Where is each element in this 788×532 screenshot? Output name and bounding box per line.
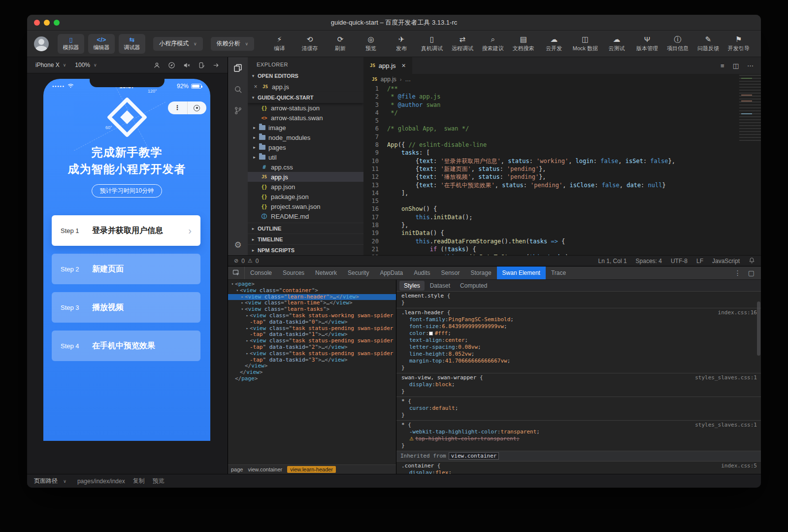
mode-button-debugger[interactable]: ⇆调试器 xyxy=(119,34,145,54)
inspect-element-icon[interactable] xyxy=(228,266,245,279)
file-item-project.swan.json[interactable]: {}project.swan.json xyxy=(248,201,363,211)
chevron-down-icon[interactable]: ▾ xyxy=(230,281,235,288)
chevron-down-icon[interactable]: ▾ xyxy=(235,288,240,294)
style-rule-source-link[interactable]: index.css:16 xyxy=(718,309,757,316)
toolbar-action-cloud-test[interactable]: ☁云测试 xyxy=(603,35,630,52)
editor-tab-appjs[interactable]: JS app.js × xyxy=(363,57,412,74)
elements-tree-row[interactable]: ▸<view class="task status-pending swan-s… xyxy=(228,351,396,364)
toolbar-action-doc-search[interactable]: ▤文档搜索 xyxy=(510,35,537,52)
chevron-right-icon[interactable]: ▸ xyxy=(245,326,250,338)
color-swatch[interactable] xyxy=(429,332,433,335)
elements-breadcrumb-item[interactable]: view.learn-header xyxy=(287,466,336,473)
settings-gear-icon[interactable]: ⚙ xyxy=(234,240,241,250)
css-declaration[interactable]: line-height:8.052vw; xyxy=(401,351,757,358)
page-path-dropdown[interactable]: 页面路径 ∨ xyxy=(34,477,66,485)
mode-button-editor[interactable]: </>编辑器 xyxy=(88,34,115,54)
toolbar-action-feedback[interactable]: ✎问题反馈 xyxy=(695,35,722,52)
split-editor-icon[interactable]: ◫ xyxy=(733,62,739,69)
styles-tab-computed[interactable]: Computed xyxy=(456,281,492,291)
breadcrumb-more[interactable]: … xyxy=(405,76,411,83)
file-item-image[interactable]: ▸image xyxy=(248,123,363,133)
devtools-tab-security[interactable]: Security xyxy=(342,266,374,279)
styles-tab-dataset[interactable]: Dataset xyxy=(426,281,455,291)
minimize-window-button[interactable] xyxy=(44,20,50,26)
chevron-right-icon[interactable]: ▸ xyxy=(245,338,250,351)
errors-count[interactable]: 0 xyxy=(241,258,245,265)
devtools-tab-storage[interactable]: Storage xyxy=(465,266,497,279)
chevron-right-icon[interactable]: ▸ xyxy=(245,313,250,326)
devtools-tab-trace[interactable]: Trace xyxy=(546,266,571,279)
minimap[interactable] xyxy=(739,75,761,143)
styles-tab-styles[interactable]: Styles xyxy=(399,281,425,291)
explorer-section-npm-scripts[interactable]: ▸NPM SCRIPTS xyxy=(248,244,363,255)
detach-arrow-icon[interactable] xyxy=(212,62,220,69)
outline-menu-icon[interactable]: ≡ xyxy=(721,62,724,69)
toolbar-action-publish[interactable]: ✈发布 xyxy=(388,35,415,52)
explorer-section-outline[interactable]: ▸OUTLINE xyxy=(248,223,363,233)
elements-breadcrumb-item[interactable]: view.container xyxy=(248,466,282,472)
avatar[interactable] xyxy=(34,36,49,51)
chevron-right-icon[interactable]: ▸ xyxy=(245,351,250,364)
toolbar-action-remote-debug[interactable]: ⇄远程调试 xyxy=(449,35,476,52)
css-declaration[interactable]: display:block; xyxy=(401,381,757,388)
devtools-tab-swan-element[interactable]: Swan Element xyxy=(497,266,546,279)
inherited-target[interactable]: view.container xyxy=(449,452,499,460)
chevron-right-icon[interactable]: ▸ xyxy=(240,294,245,300)
toolbar-action-compile[interactable]: ⚡编译 xyxy=(266,35,293,52)
file-item-app.js[interactable]: JSapp.js xyxy=(248,172,363,182)
explorer-section-timeline[interactable]: ▸TIMELINE xyxy=(248,233,363,244)
step-card[interactable]: Step 4在手机中预览效果 xyxy=(52,331,200,361)
css-declaration[interactable]: font-family:PingFangSC-Semibold; xyxy=(401,316,757,323)
file-item-README.md[interactable]: ⓘREADME.md xyxy=(248,211,363,221)
devtools-tab-sources[interactable]: Sources xyxy=(277,266,310,279)
preview-link-button[interactable]: 预览 xyxy=(153,477,164,485)
style-rule-source-link[interactable]: index.css:5 xyxy=(721,463,757,469)
file-item-arrow-status.json[interactable]: {}arrow-status.json xyxy=(248,103,363,113)
breadcrumb-file[interactable]: app.js xyxy=(381,76,396,83)
scrollbar[interactable] xyxy=(757,301,760,356)
open-editor-item[interactable]: ×JSapp.js xyxy=(248,81,363,92)
file-item-app.css[interactable]: #app.css xyxy=(248,162,363,172)
zoom-selector[interactable]: 100% ∨ xyxy=(70,62,101,68)
mode-button-simulator[interactable]: ▯模拟器 xyxy=(58,34,84,54)
file-item-util[interactable]: ▸util xyxy=(248,152,363,162)
elements-breadcrumb-item[interactable]: page xyxy=(231,466,243,472)
file-item-arrow-status.swan[interactable]: <>arrow-status.swan xyxy=(248,113,363,123)
devtools-tab-audits[interactable]: Audits xyxy=(408,266,435,279)
project-section[interactable]: ▾ GUIDE-QUICK-START xyxy=(248,92,363,103)
warnings-icon[interactable]: ⚠ xyxy=(248,258,253,264)
compass-icon[interactable] xyxy=(168,62,175,69)
analysis-dropdown[interactable]: 依赖分析 ∨ xyxy=(211,37,255,51)
toolbar-action-search-suggest[interactable]: ⌕搜索建议 xyxy=(480,35,506,52)
css-declaration[interactable]: display:flex; xyxy=(401,469,757,474)
toolbar-action-project-info[interactable]: ⓘ项目信息 xyxy=(664,35,691,52)
eol-setting[interactable]: LF xyxy=(696,258,703,265)
mode-dropdown[interactable]: 小程序模式 ∨ xyxy=(153,37,203,51)
chevron-down-icon[interactable]: ▾ xyxy=(240,306,245,313)
devtools-tab-sensor[interactable]: Sensor xyxy=(436,266,465,279)
toolbar-action-preview[interactable]: ◎预览 xyxy=(358,35,384,52)
close-app-button[interactable] xyxy=(187,101,207,114)
elements-tree-row[interactable]: ▸<view class="task status-pending swan-s… xyxy=(228,326,396,338)
dock-icon[interactable]: ▢ xyxy=(748,269,755,277)
account-icon[interactable] xyxy=(153,62,161,69)
warnings-count[interactable]: 0 xyxy=(256,258,259,265)
css-declaration[interactable]: cursor:default; xyxy=(401,405,757,412)
more-menu-button[interactable]: ⋮ xyxy=(168,101,187,114)
toolbar-action-mock-data[interactable]: ◫Mock 数据 xyxy=(571,35,599,52)
css-declaration[interactable]: -webkit-tap-highlight-color:transparent; xyxy=(401,429,757,435)
open-editors-section[interactable]: ▾ OPEN EDITORS xyxy=(248,70,363,81)
more-actions-icon[interactable]: ⋯ xyxy=(747,62,754,69)
device-selector[interactable]: iPhone X ∨ xyxy=(31,62,70,68)
file-item-node_modules[interactable]: ▸node_modules xyxy=(248,133,363,142)
css-declaration[interactable]: ⚠tap-highlight-color:transparent; xyxy=(401,435,757,442)
toolbar-action-device-debug[interactable]: ▯真机调试 xyxy=(419,35,445,52)
file-item-app.json[interactable]: {}app.json xyxy=(248,182,363,192)
step-card[interactable]: Step 3播放视频 xyxy=(52,292,200,323)
more-vert-icon[interactable]: ⋮ xyxy=(734,269,741,277)
step-card[interactable]: Step 2新建页面 xyxy=(52,254,200,284)
explorer-icon[interactable] xyxy=(233,63,243,75)
copy-button[interactable]: 复制 xyxy=(133,477,145,485)
close-icon[interactable]: × xyxy=(402,62,406,69)
close-window-button[interactable] xyxy=(34,20,40,26)
